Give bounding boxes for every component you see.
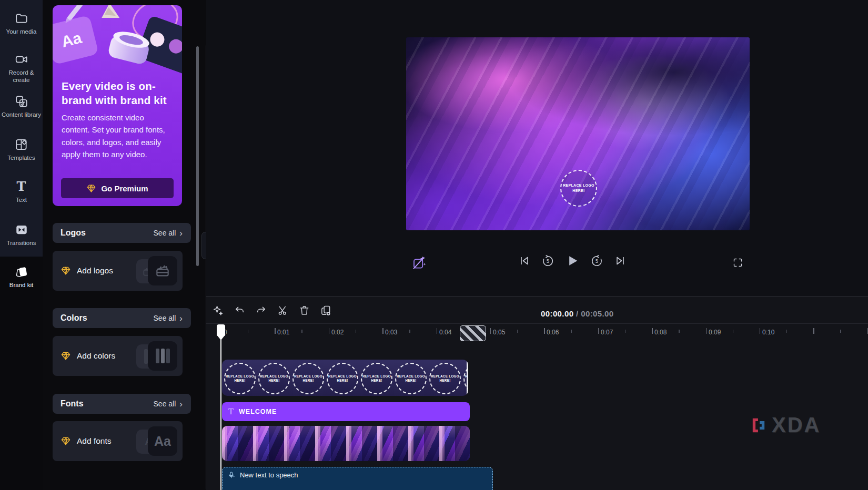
see-all-label: See all xyxy=(154,400,176,408)
ruler-tick-label: 0:07 xyxy=(601,329,613,336)
ai-effects-off-icon[interactable] xyxy=(411,254,427,270)
video-clip-thumbnails xyxy=(222,426,470,461)
audio-track-clip[interactable]: New text to speech xyxy=(222,467,493,490)
xda-watermark-text: XDA xyxy=(772,413,821,437)
add-logos-card[interactable]: Add logos xyxy=(53,251,183,291)
timecode-separator: / xyxy=(576,309,581,318)
ruler-tick-label: 0:05 xyxy=(493,329,505,336)
gem-icon xyxy=(60,266,71,276)
delete-trash-icon[interactable] xyxy=(298,304,310,317)
text-track-clip[interactable]: T WELCOME xyxy=(222,402,470,421)
timeline-ruler[interactable]: 0 0:01 0:02 0:03 0:04 0:05 0:06 0:07 0:0… xyxy=(206,323,868,342)
transitions-icon xyxy=(15,223,28,237)
split-scissors-icon[interactable] xyxy=(277,304,289,317)
add-fonts-label: Add fonts xyxy=(77,436,132,446)
logo-placeholder-thumb: REPLACE LOGO HERE! xyxy=(258,363,290,394)
logos-section-header: Logos See all › xyxy=(53,223,191,243)
timeline-toolbar xyxy=(212,304,332,317)
logo-placeholder-thumb: REPLACE LOGO HERE! xyxy=(463,363,468,394)
sidebar-item-content-library[interactable]: Content library xyxy=(0,95,43,119)
promo-body: Create consistent video content. Set you… xyxy=(53,111,182,160)
add-colors-card[interactable]: Add colors xyxy=(53,336,183,376)
playhead-line xyxy=(220,339,221,490)
font-tile-illustration: Aa xyxy=(53,15,99,65)
palette-swatch xyxy=(167,37,182,56)
duplicate-icon[interactable] xyxy=(320,304,332,317)
skip-back-button[interactable] xyxy=(518,254,531,267)
colors-see-all-button[interactable]: See all › xyxy=(149,312,187,325)
sidebar-item-label: Templates xyxy=(0,155,43,162)
play-button[interactable] xyxy=(565,253,580,268)
video-track-clip[interactable] xyxy=(222,426,470,461)
sidebar-item-label: Record & create xyxy=(0,69,43,84)
fonts-thumbnails: A Aa xyxy=(132,425,177,457)
logos-section-title: Logos xyxy=(60,228,149,238)
logo-placeholder-thumb: REPLACE LOGO HERE! xyxy=(395,363,427,394)
sidebar-item-brand-kit[interactable]: Brand kit xyxy=(0,265,43,289)
text-to-speech-mic-icon xyxy=(228,471,236,479)
ruler-tick-label: 0:04 xyxy=(439,329,451,336)
chevron-right-icon: › xyxy=(179,229,183,238)
logo-placeholder-thumb: REPLACE LOGO HERE! xyxy=(292,363,324,394)
ruler-tick-label: 0:08 xyxy=(654,329,667,336)
transport-controls: 5 5 xyxy=(518,253,642,268)
panel-scrollbar[interactable] xyxy=(196,46,199,266)
sidebar-item-label: Transitions xyxy=(0,240,43,247)
logo-placeholder-overlay: REPLACE LOGO HERE! xyxy=(560,170,597,207)
font-sample-aa: Aa xyxy=(148,426,177,456)
color-swatch-icon xyxy=(148,341,177,371)
playhead-handle[interactable] xyxy=(217,324,225,336)
fonts-see-all-button[interactable]: See all › xyxy=(149,397,187,411)
sidebar-item-label: Your media xyxy=(0,28,43,36)
chevron-right-icon: › xyxy=(179,400,183,409)
ai-suggestions-icon[interactable] xyxy=(212,304,224,317)
ruler-tick-label: 0:01 xyxy=(277,329,289,336)
logo-placeholder-thumb: REPLACE LOGO HERE! xyxy=(224,363,256,394)
see-all-label: See all xyxy=(154,229,176,237)
timecode-current: 00:00.00 xyxy=(541,309,573,318)
ruler-tick-label: 0:03 xyxy=(385,329,397,336)
ruler-hatched-region xyxy=(460,325,486,341)
add-colors-label: Add colors xyxy=(77,351,132,361)
text-clip-icon: T xyxy=(228,407,234,416)
logo-placeholder-thumb: REPLACE LOGO HERE! xyxy=(361,363,392,394)
premium-promo-card: Aa Every video is on-brand with brand ki… xyxy=(53,5,182,206)
see-all-label: See all xyxy=(154,314,176,322)
undo-icon[interactable] xyxy=(234,304,246,317)
forward-5-button[interactable]: 5 xyxy=(590,254,603,268)
sidebar-item-templates[interactable]: Templates xyxy=(0,138,43,162)
ruler-tick-label: 0:09 xyxy=(709,329,721,336)
gem-icon xyxy=(86,183,96,193)
go-premium-button[interactable]: Go Premium xyxy=(61,178,174,198)
sidebar-item-label: Content library xyxy=(0,111,43,119)
sidebar-item-text[interactable]: T Text xyxy=(0,180,43,204)
add-fonts-card[interactable]: Add fonts A Aa xyxy=(53,421,183,461)
rewind-5-button[interactable]: 5 xyxy=(541,254,554,268)
fullscreen-icon[interactable] xyxy=(732,257,743,268)
ruler-tick-label: 0:10 xyxy=(762,329,774,336)
logo-placeholder-label: REPLACE LOGO HERE! xyxy=(561,183,596,193)
templates-icon xyxy=(15,138,28,151)
ruler-tick-label: 0:06 xyxy=(547,329,559,336)
logos-see-all-button[interactable]: See all › xyxy=(149,227,187,240)
brand-kit-icon xyxy=(15,265,28,279)
clapperboard-icon xyxy=(148,256,177,285)
sidebar-item-label: Brand kit xyxy=(0,282,43,289)
redo-icon[interactable] xyxy=(255,304,267,317)
colors-thumbnails xyxy=(132,340,177,372)
rail-active-section-bg xyxy=(0,257,43,490)
skip-forward-button[interactable] xyxy=(614,254,627,267)
sidebar-item-label: Text xyxy=(0,197,43,204)
xda-watermark: XDA xyxy=(749,413,821,437)
text-clip-label: WELCOME xyxy=(239,408,277,415)
sidebar-item-transitions[interactable]: Transitions xyxy=(0,223,43,247)
sidebar-item-record-create[interactable]: Record & create xyxy=(0,53,43,84)
text-icon: T xyxy=(15,180,28,193)
paper-plane-illustration xyxy=(102,5,124,25)
rewind-seconds-label: 5 xyxy=(547,259,550,264)
sidebar-item-your-media[interactable]: Your media xyxy=(0,12,43,36)
ruler-tick-label: 0:02 xyxy=(331,329,344,336)
colors-section-title: Colors xyxy=(60,313,149,323)
logo-track-clip[interactable]: REPLACE LOGO HERE! REPLACE LOGO HERE! RE… xyxy=(222,360,468,396)
folder-icon xyxy=(15,12,28,25)
